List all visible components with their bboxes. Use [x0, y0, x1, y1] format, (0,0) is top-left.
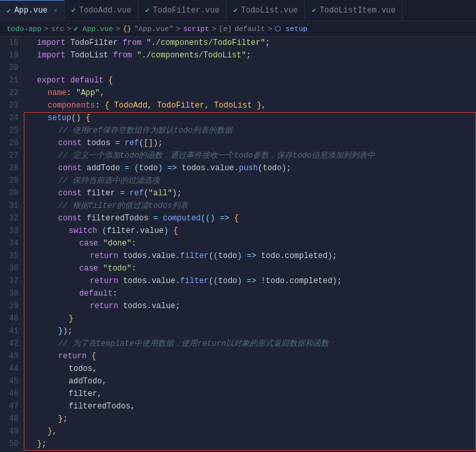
tab-todo-filter[interactable]: ✔ TodoFilter.vue	[139, 0, 226, 21]
code-line-42: // 为了在template中使用数据，使用return以对象的形式返回数据和函…	[26, 338, 476, 350]
bc-default: default	[234, 25, 265, 33]
code-line-28: const addTodo = (todo) => todos.value.pu…	[26, 162, 476, 175]
code-line-48: };	[26, 413, 476, 426]
code-line-49: },	[26, 426, 476, 438]
code-line-34: case "done":	[26, 238, 476, 250]
bc-sep: >	[44, 25, 49, 33]
code-line-21: export default {	[26, 75, 476, 87]
code-line-50: };	[26, 438, 476, 451]
bc-appvue-str: "App.vue"	[134, 25, 173, 33]
code-line-18: import TodoFilter from "./components/Tod…	[26, 37, 476, 49]
code-line-27: // 定义一个添加todo的函数，通过事件接收一个todo参数，保存todo信息…	[26, 150, 476, 162]
code-lines: import TodoFilter from "./components/Tod…	[24, 37, 476, 452]
code-line-23: components: { TodoAdd, TodoFilter, TodoL…	[26, 100, 476, 112]
code-line-47: filteredTodos,	[26, 401, 476, 413]
bc-setup: ⬡ setup	[275, 24, 308, 33]
bc-sep: >	[67, 25, 71, 33]
code-line-22: name: "App",	[26, 87, 476, 100]
tab-label: TodoList.vue	[241, 6, 298, 15]
vue-icon: ✔	[312, 6, 316, 15]
vue-icon: ✔	[7, 7, 11, 15]
bc-sep: >	[212, 25, 217, 33]
tab-label: TodoFilter.vue	[153, 6, 220, 15]
code-line-41: });	[26, 325, 476, 338]
bc-src: src	[51, 25, 64, 33]
tab-app-vue[interactable]: ✔ App.vue ✕	[0, 0, 65, 21]
breadcrumb: todo-app > src > ✔ App.vue > {} "App.vue…	[0, 21, 476, 37]
tab-label: TodoListItem.vue	[320, 6, 395, 15]
code-line-20	[26, 62, 476, 75]
code-line-32: const filteredTodos = computed(() => {	[26, 212, 476, 225]
code-line-26: const todos = ref([]);	[26, 137, 476, 150]
code-line-38: default:	[26, 288, 476, 300]
code-line-29: // 保持当前选中的过滤选项	[26, 175, 476, 187]
code-line-40: }	[26, 313, 476, 325]
code-line-31: // 根据filter的值过滤todos列表	[26, 200, 476, 212]
bc-e: [e]	[219, 25, 232, 33]
tab-label: App.vue	[15, 6, 48, 15]
bc-script: script	[183, 25, 209, 33]
tab-todo-add[interactable]: ✔ TodoAdd.vue	[65, 0, 139, 21]
code-line-45: addTodo,	[26, 375, 476, 388]
code-line-37: return todos.value.filter((todo) => !tod…	[26, 275, 476, 288]
code-line-36: case "todo":	[26, 263, 476, 275]
bc-sep: >	[176, 25, 181, 33]
code-line-24: setup() {	[26, 112, 476, 125]
tab-todo-list-item[interactable]: ✔ TodoListItem.vue	[305, 0, 403, 21]
vue-icon: ✔	[145, 6, 150, 15]
code-line-30: const filter = ref("all");	[26, 187, 476, 200]
bc-todo-app: todo-app	[7, 25, 42, 33]
line-numbers: 18 19 20 21 22 23 24 25 26 27 28 29 30 3…	[0, 37, 24, 452]
code-line-43: return {	[26, 350, 476, 363]
vue-icon: ✔	[71, 6, 76, 15]
tab-todo-list[interactable]: ✔ TodoList.vue	[226, 0, 305, 21]
code-line-25: // 使用ref保存空数组作为默认todo列表的数据	[26, 125, 476, 137]
tab-bar: ✔ App.vue ✕ ✔ TodoAdd.vue ✔ TodoFilter.v…	[0, 0, 476, 21]
bc-sep: >	[116, 25, 120, 33]
code-line-39: return todos.value;	[26, 300, 476, 313]
code-line-46: filter,	[26, 388, 476, 401]
code-line-35: return todos.value.filter((todo) => todo…	[26, 250, 476, 263]
code-line-33: switch (filter.value) {	[26, 225, 476, 238]
vue-icon: ✔	[233, 6, 238, 15]
bc-app-vue: ✔ App.vue	[74, 24, 113, 33]
tab-label: TodoAdd.vue	[79, 6, 131, 15]
code-line-44: todos,	[26, 363, 476, 375]
bc-sep: >	[267, 25, 272, 33]
code-line-19: import TodoList from "./components/TodoL…	[26, 49, 476, 62]
tab-close-button[interactable]: ✕	[53, 7, 57, 15]
bc-braces: {}	[123, 25, 131, 33]
code-area: 18 19 20 21 22 23 24 25 26 27 28 29 30 3…	[0, 37, 476, 452]
